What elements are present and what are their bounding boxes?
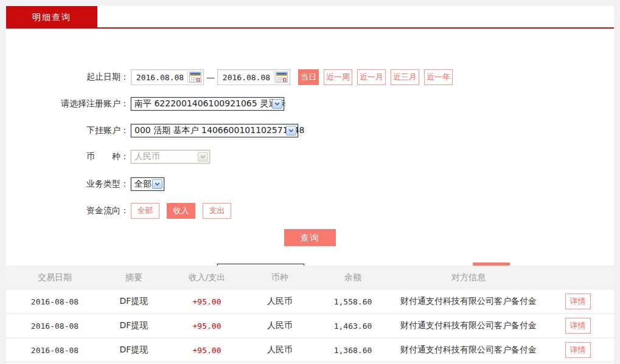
cell-currency: 人民币 [243, 320, 316, 331]
cell-balance: 1,558.60 [316, 297, 389, 306]
start-date-input-box [131, 69, 204, 85]
cell-amount: +95.00 [170, 346, 243, 355]
quick-date-week-button[interactable]: 近一周 [324, 69, 352, 85]
fund-direction-expense-button[interactable]: 支出 [203, 203, 231, 219]
results-table: 交易日期 摘要 收入/支出 币种 余额 对方信息 2016-08-08 DF提现… [6, 266, 614, 363]
register-account-label: 请选择注册账户： [6, 98, 131, 109]
quick-date-year-button[interactable]: 近一年 [424, 69, 453, 85]
quick-date-today-button[interactable]: 当日 [298, 69, 319, 85]
end-date-input[interactable] [218, 70, 271, 84]
business-type-label: 业务类型： [6, 179, 131, 190]
table-row: 2016-08-08 DF提现 +95.00 人民币 1,368.60 财付通支… [6, 338, 614, 363]
cell-summary: DF提现 [97, 296, 170, 307]
content-panel: 明细查询 起止日期： [6, 6, 614, 364]
chevron-down-icon [286, 126, 296, 136]
currency-select: 人民币 [131, 150, 210, 163]
cell-currency: 人民币 [243, 345, 316, 355]
register-account-row: 请选择注册账户： 南平 6222001406100921065 灵通卡 [6, 97, 284, 111]
tab-detail-query[interactable]: 明细查询 [6, 6, 97, 29]
query-form: 起止日期： [6, 29, 614, 259]
header-balance: 余额 [316, 272, 389, 283]
header-income-expense: 收入/支出 [170, 272, 243, 283]
fund-direction-all-button[interactable]: 全部 [131, 203, 159, 219]
header-trade-date: 交易日期 [12, 272, 97, 283]
end-date-input-box [217, 69, 290, 85]
cell-counterparty: 财付通支付科技有限公司客户备付金 [389, 345, 548, 355]
register-account-value: 南平 6222001406100921065 灵通卡 [134, 98, 285, 109]
tab-bar: 明细查询 [6, 6, 614, 29]
cell-counterparty: 财付通支付科技有限公司客户备付金 [389, 296, 548, 307]
chevron-down-icon [272, 99, 282, 109]
table-row: 2016-08-08 DF提现 +95.00 人民币 1,463.60 财付通支… [6, 314, 614, 338]
business-type-select[interactable]: 全部 [131, 177, 164, 191]
business-type-row: 业务类型： 全部 [6, 177, 164, 191]
sub-account-select[interactable]: 000 活期 基本户 1406600101102571848 [131, 124, 298, 137]
header-counterparty: 对方信息 [389, 272, 548, 283]
cell-trade-date: 2016-08-08 [12, 321, 97, 331]
cell-summary: DF提现 [97, 320, 170, 331]
cell-summary: DF提现 [97, 345, 170, 355]
currency-row: 币 种： 人民币 [6, 150, 210, 163]
cell-amount: +95.00 [170, 297, 243, 306]
fund-direction-label: 资金流向： [6, 205, 131, 216]
header-currency: 币种 [243, 272, 316, 283]
table-header-row: 交易日期 摘要 收入/支出 币种 余额 对方信息 [6, 266, 614, 290]
currency-label: 币 种： [6, 151, 131, 162]
header-summary: 摘要 [97, 272, 170, 283]
cell-currency: 人民币 [243, 296, 316, 307]
date-range-label: 起止日期： [6, 72, 131, 83]
table-row: 2016-08-08 DF提现 +95.00 人民币 1,558.60 财付通支… [6, 290, 614, 314]
chevron-down-icon [198, 152, 208, 162]
chevron-down-icon [152, 179, 162, 189]
query-button[interactable]: 查询 [284, 229, 336, 246]
quick-date-month-button[interactable]: 近一月 [357, 69, 386, 85]
detail-button[interactable]: 详情 [565, 342, 591, 358]
date-range-row: 起止日期： [6, 69, 453, 86]
cell-amount: +95.00 [170, 321, 243, 331]
cell-trade-date: 2016-08-08 [12, 346, 97, 355]
register-account-select[interactable]: 南平 6222001406100921065 灵通卡 [131, 97, 284, 111]
date-range-separator: — [204, 72, 217, 82]
cell-balance: 1,368.60 [316, 346, 389, 355]
cell-counterparty: 财付通支付科技有限公司客户备付金 [389, 320, 548, 331]
end-date-calendar-icon[interactable] [274, 71, 288, 83]
page-background: 明细查询 起止日期： [0, 0, 620, 364]
start-date-input[interactable] [131, 70, 185, 84]
cell-balance: 1,463.60 [316, 321, 389, 331]
detail-button[interactable]: 详情 [565, 294, 591, 309]
sub-account-row: 下挂账户： 000 活期 基本户 1406600101102571848 [6, 124, 298, 137]
quick-date-3months-button[interactable]: 近三月 [391, 69, 419, 85]
sub-account-value: 000 活期 基本户 1406600101102571848 [134, 125, 304, 136]
fund-direction-row: 资金流向： 全部 收入 支出 [6, 203, 231, 219]
cell-trade-date: 2016-08-08 [12, 297, 97, 306]
fund-direction-income-button[interactable]: 收入 [167, 203, 195, 219]
sub-account-label: 下挂账户： [6, 125, 131, 136]
currency-value: 人民币 [134, 151, 160, 162]
start-date-calendar-icon[interactable] [187, 71, 202, 83]
detail-button[interactable]: 详情 [565, 318, 591, 334]
business-type-value: 全部 [134, 179, 152, 190]
